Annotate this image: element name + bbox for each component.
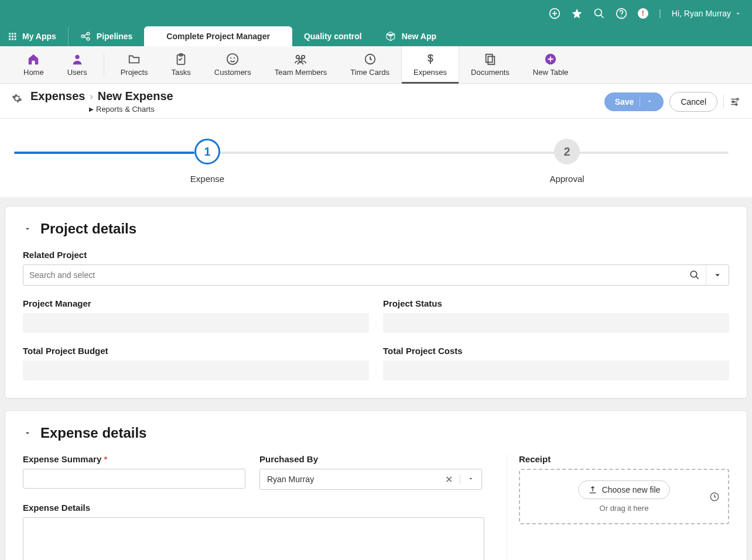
add-icon[interactable] [549,8,560,19]
related-project-input[interactable] [23,270,683,280]
team-icon [294,53,307,66]
project-status-value [383,313,729,333]
expense-details-label: Expense Details [23,503,489,513]
header-divider: | [659,8,661,19]
folder-icon [128,53,141,66]
purchased-by-select[interactable]: Ryan Murray ✕ [259,469,482,490]
tab-complete-project-manager[interactable]: Complete Project Manager [144,26,292,46]
chevron-down-icon [23,224,32,233]
gear-icon[interactable] [12,93,22,104]
top-header: ! | Hi, Ryan Murray [0,0,752,26]
nav-projects[interactable]: Projects [109,46,160,83]
history-icon[interactable] [709,492,720,502]
nav-new-table[interactable]: New Table [521,46,580,83]
settings-icon[interactable] [730,97,740,107]
nav-label: Tasks [172,68,191,77]
nav-users[interactable]: Users [56,46,99,83]
tab-new-app[interactable]: New App [374,26,448,46]
choose-file-label: Choose new file [602,485,661,494]
tab-quality-control[interactable]: Quality control [292,26,374,46]
project-budget-value [23,360,369,380]
reports-label: Reports & Charts [96,105,155,114]
svg-point-15 [87,37,90,40]
save-button[interactable]: Save [604,92,664,111]
chevron-down-icon [646,98,653,105]
step-marker-1[interactable]: 1 [194,139,220,164]
svg-rect-11 [12,39,13,40]
svg-rect-10 [9,39,11,40]
user-greeting[interactable]: Hi, Ryan Murray [672,9,741,18]
nav-customers[interactable]: Customers [203,46,263,83]
table-nav: Home Users Projects Tasks Customers Team… [0,46,752,84]
svg-point-3 [621,16,622,17]
card-header[interactable]: Project details [23,221,729,237]
nav-label: Projects [121,68,148,77]
clock-icon [364,53,377,66]
cancel-button[interactable]: Cancel [669,92,717,112]
svg-rect-26 [486,54,493,63]
tab-label: Complete Project Manager [166,32,270,41]
home-icon [27,53,40,66]
tab-my-apps[interactable]: My Apps [0,26,69,46]
nav-home[interactable]: Home [12,46,56,83]
nav-documents[interactable]: Documents [459,46,521,83]
purchased-by-value: Ryan Murray [267,475,438,484]
clear-icon[interactable]: ✕ [438,474,460,485]
choose-file-button[interactable]: Choose new file [578,480,671,499]
user-icon [71,53,84,66]
expense-summary-input[interactable] [23,469,245,489]
star-icon[interactable] [571,8,583,19]
chevron-down-icon [467,475,474,482]
save-label: Save [615,97,634,106]
receipt-dropzone[interactable]: Choose new file Or drag it here [519,469,729,524]
project-manager-label: Project Manager [23,298,369,308]
svg-point-16 [75,55,79,59]
breadcrumb-parent[interactable]: Expenses [30,90,85,103]
tab-pipelines[interactable]: Pipelines [69,26,144,46]
search-icon[interactable] [593,8,605,19]
alert-badge[interactable]: ! [638,8,648,19]
card-title: Project details [40,221,136,237]
expense-details-textarea[interactable] [23,517,484,560]
step-label-2: Approval [549,174,584,184]
nav-time-cards[interactable]: Time Cards [339,46,401,83]
search-button[interactable] [683,265,706,285]
card-header[interactable]: Expense details [23,425,729,441]
card-title: Expense details [40,425,146,441]
plus-circle-icon [544,53,557,66]
breadcrumb: Expenses › New Expense ▶ Reports & Chart… [30,90,173,114]
dropdown-button[interactable] [706,265,729,285]
related-project-select[interactable] [23,264,729,286]
nav-label: Home [23,68,44,77]
project-costs-label: Total Project Costs [383,346,729,356]
purchased-by-label: Purchased By [259,454,482,464]
nav-label: New Table [533,68,568,77]
save-dropdown[interactable] [640,97,653,106]
project-details-card: Project details Related Project Project … [5,206,747,398]
nav-team-members[interactable]: Team Members [263,46,339,83]
nav-expenses[interactable]: Expenses [401,46,459,83]
svg-point-21 [234,57,235,59]
related-project-label: Related Project [23,250,729,260]
project-status-label: Project Status [383,298,729,308]
page-header: Expenses › New Expense ▶ Reports & Chart… [0,84,752,119]
clipboard-icon [175,53,187,66]
app-tabs: My Apps Pipelines Complete Project Manag… [0,26,752,46]
help-icon[interactable] [616,8,627,19]
dropdown-chevron[interactable] [460,475,481,484]
chevron-down-icon [712,270,723,280]
svg-point-24 [299,59,303,62]
tab-label: Pipelines [97,32,132,41]
svg-rect-12 [15,39,16,40]
svg-point-29 [737,98,739,100]
tab-label: Quality control [304,32,362,41]
svg-point-22 [296,56,300,59]
expense-summary-label: Expense Summary * [23,454,245,464]
svg-rect-6 [15,33,16,35]
upload-icon [588,485,597,494]
nav-label: Team Members [275,68,327,77]
step-marker-2[interactable]: 2 [554,139,580,164]
stepper: 1 2 Expense Approval [0,119,752,198]
nav-tasks[interactable]: Tasks [160,46,203,83]
reports-charts-link[interactable]: ▶ Reports & Charts [89,105,173,114]
